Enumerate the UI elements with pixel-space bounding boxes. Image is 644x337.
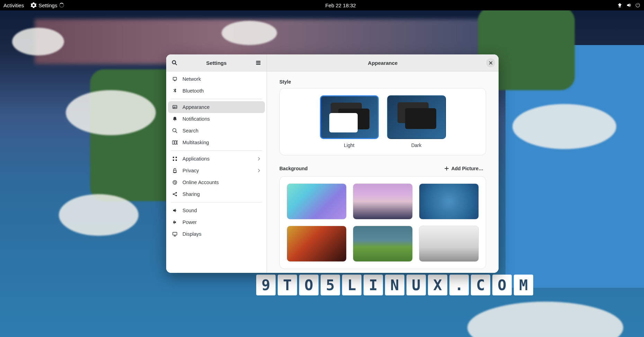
sidebar-item-power[interactable]: Power xyxy=(168,216,265,228)
sidebar-item-label: Power xyxy=(182,219,197,225)
add-picture-button[interactable]: Add Picture… xyxy=(441,164,486,173)
sidebar-item-label: Search xyxy=(182,128,198,133)
settings-window: Settings NetworkBluetoothAppearanceNotif… xyxy=(166,54,499,273)
share-icon xyxy=(172,191,178,197)
style-option-dark[interactable]: Dark xyxy=(387,95,446,148)
background-thumb-6[interactable] xyxy=(419,226,479,262)
svg-rect-3 xyxy=(172,141,174,144)
background-thumb-1[interactable] xyxy=(287,183,347,219)
app-indicator[interactable]: Settings xyxy=(31,2,64,8)
svg-rect-9 xyxy=(176,159,177,161)
sidebar-separator xyxy=(171,99,262,99)
wallpaper-cloud-1 xyxy=(66,90,156,135)
svg-rect-5 xyxy=(177,141,178,144)
background-heading-row: Background Add Picture… xyxy=(279,164,486,173)
sidebar-item-multitasking[interactable]: Multitasking xyxy=(168,137,265,148)
svg-rect-0 xyxy=(173,77,177,80)
privacy-icon xyxy=(172,168,178,173)
sidebar-list: NetworkBluetoothAppearanceNotificationsS… xyxy=(166,71,267,273)
style-label: Dark xyxy=(411,142,422,148)
style-heading: Style xyxy=(279,79,486,85)
background-card xyxy=(279,176,486,269)
sidebar-item-applications[interactable]: Applications xyxy=(168,153,265,165)
sidebar-item-network[interactable]: Network xyxy=(168,73,265,85)
wallpaper-cloud-2 xyxy=(59,194,138,236)
sidebar-item-online-accounts[interactable]: Online Accounts xyxy=(168,176,265,188)
style-option-light[interactable]: Light xyxy=(320,95,379,148)
sidebar-item-label: Online Accounts xyxy=(182,180,219,185)
search-icon xyxy=(172,128,178,133)
power-icon xyxy=(172,219,178,225)
bluetooth-icon xyxy=(172,88,178,94)
display-icon xyxy=(172,231,178,237)
svg-rect-7 xyxy=(176,157,177,158)
activities-button[interactable]: Activities xyxy=(3,2,24,8)
style-thumb-dark xyxy=(387,95,446,139)
style-card: LightDark xyxy=(279,88,486,155)
svg-point-13 xyxy=(176,195,177,196)
online-icon xyxy=(172,180,178,185)
settings-sidebar: Settings NetworkBluetoothAppearanceNotif… xyxy=(166,54,267,273)
svg-rect-8 xyxy=(173,159,174,161)
sidebar-item-label: Sound xyxy=(182,208,197,213)
sidebar-title: Settings xyxy=(206,60,226,66)
chevron-right-icon xyxy=(257,168,261,173)
close-icon xyxy=(489,61,493,65)
sidebar-item-sharing[interactable]: Sharing xyxy=(168,188,265,200)
sidebar-item-label: Applications xyxy=(182,156,209,162)
plus-icon xyxy=(444,166,449,171)
wallpaper-cloud-6 xyxy=(222,21,277,45)
sidebar-item-appearance[interactable]: Appearance xyxy=(168,101,265,113)
style-options-row: LightDark xyxy=(287,95,479,148)
wallpaper-cloud-3 xyxy=(12,28,64,55)
content-pane: Appearance Style LightDark Background Ad… xyxy=(267,54,499,273)
sidebar-item-privacy[interactable]: Privacy xyxy=(168,165,265,176)
background-thumb-3[interactable] xyxy=(419,183,479,219)
wallpaper-cloud-5 xyxy=(467,302,623,337)
spinner-icon xyxy=(59,3,64,8)
svg-rect-4 xyxy=(175,141,176,144)
close-button[interactable] xyxy=(486,58,495,67)
background-thumb-5[interactable] xyxy=(353,226,413,262)
sidebar-item-displays[interactable]: Displays xyxy=(168,228,265,240)
gear-icon xyxy=(31,2,36,8)
sidebar-separator xyxy=(171,202,262,202)
search-button[interactable] xyxy=(170,58,179,68)
svg-point-12 xyxy=(176,192,177,193)
style-label: Light xyxy=(344,142,354,148)
sidebar-item-bluetooth[interactable]: Bluetooth xyxy=(168,85,265,97)
watermark: 9TO5LINUX.COM xyxy=(256,275,533,295)
sidebar-item-label: Bluetooth xyxy=(182,88,204,94)
appearance-icon xyxy=(172,104,178,110)
content-body: Style LightDark Background Add Picture… xyxy=(267,71,499,273)
power-tray-icon xyxy=(635,2,641,8)
top-panel: Activities Settings Feb 22 18:32 xyxy=(0,0,644,10)
content-title: Appearance xyxy=(368,60,398,66)
svg-rect-14 xyxy=(173,232,177,235)
background-heading: Background xyxy=(279,166,308,171)
sound-icon xyxy=(172,208,178,213)
content-header: Appearance xyxy=(267,54,499,71)
search-icon xyxy=(172,60,177,66)
sidebar-header: Settings xyxy=(166,54,267,71)
sidebar-item-label: Sharing xyxy=(182,191,200,197)
hamburger-menu-button[interactable] xyxy=(253,58,263,68)
background-thumb-2[interactable] xyxy=(353,183,413,219)
bell-icon xyxy=(172,116,178,122)
system-tray[interactable] xyxy=(617,2,641,8)
sidebar-item-sound[interactable]: Sound xyxy=(168,205,265,216)
apps-icon xyxy=(172,156,178,162)
style-thumb-light xyxy=(320,95,379,139)
network-tray-icon xyxy=(617,2,623,8)
svg-rect-6 xyxy=(173,157,174,158)
clock[interactable]: Feb 22 18:32 xyxy=(64,2,617,8)
svg-point-11 xyxy=(173,193,174,195)
background-thumb-4[interactable] xyxy=(287,226,347,262)
sidebar-item-search[interactable]: Search xyxy=(168,125,265,137)
sidebar-item-label: Privacy xyxy=(182,168,199,173)
sidebar-item-label: Notifications xyxy=(182,116,210,122)
wallpaper-cloud-4 xyxy=(512,104,616,149)
network-icon xyxy=(172,76,178,82)
hamburger-icon xyxy=(256,60,261,66)
sidebar-item-notifications[interactable]: Notifications xyxy=(168,113,265,125)
